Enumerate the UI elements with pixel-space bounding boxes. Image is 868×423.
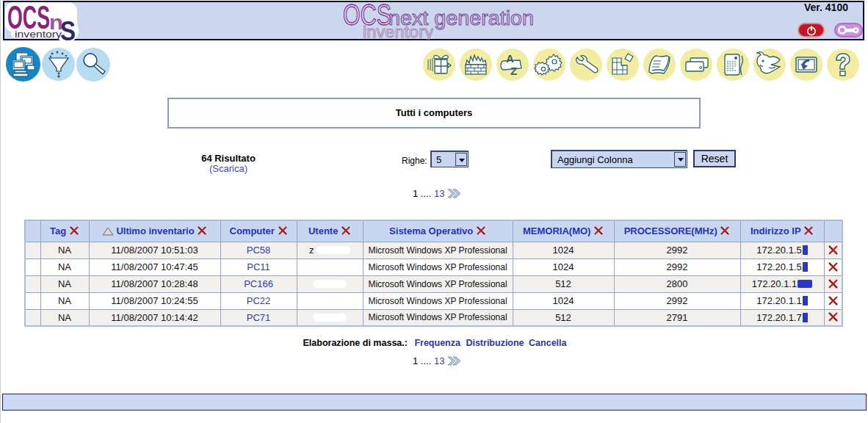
svg-text:inventory: inventory	[15, 29, 62, 40]
svg-text:A: A	[506, 52, 514, 65]
svg-text:Z: Z	[510, 65, 517, 77]
svg-text:S: S	[60, 16, 76, 44]
svg-text:inventory: inventory	[363, 23, 433, 40]
